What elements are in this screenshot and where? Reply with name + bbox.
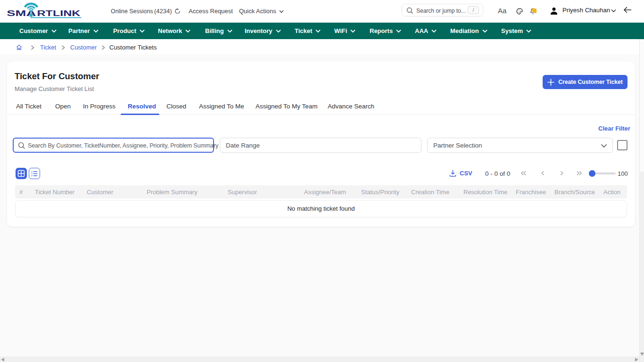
svg-text:RTLINK: RTLINK	[37, 9, 81, 17]
svg-text:SM: SM	[7, 9, 26, 17]
